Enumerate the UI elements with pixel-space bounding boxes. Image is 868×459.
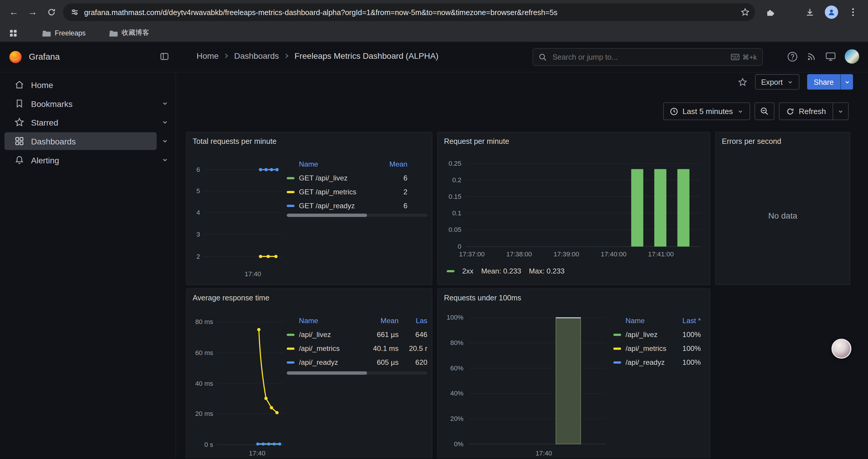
news-rss-icon[interactable]	[807, 52, 816, 61]
chevron-down-icon[interactable]	[162, 100, 168, 107]
refresh-split-button: Refresh	[779, 102, 848, 120]
legend-header-name[interactable]: Name	[299, 316, 366, 325]
legend-last-value: 100%	[668, 358, 701, 366]
sidebar-item-home[interactable]: Home	[0, 75, 176, 94]
sidebar-item-label: Dashboards	[31, 136, 76, 146]
legend-row[interactable]: GET /api/_livez 6	[287, 171, 407, 185]
floating-avatar-overlay[interactable]	[831, 339, 851, 359]
chevron-down-icon	[737, 108, 744, 114]
panel-errors-per-second[interactable]: Errors per second No data	[715, 132, 850, 285]
series-swatch	[287, 204, 294, 206]
x-tick: 17:40	[536, 450, 552, 457]
chevron-down-icon[interactable]	[162, 157, 168, 163]
refresh-button[interactable]: Refresh	[779, 103, 833, 120]
legend-table: Name Mean GET /api/_livez 6 GET /api/_me…	[287, 157, 428, 212]
legend-series-name[interactable]: GET /api/_readyz	[299, 201, 374, 210]
chevron-down-icon[interactable]	[162, 119, 168, 126]
sidebar-item-dashboards[interactable]: Dashboards	[0, 132, 176, 151]
favorite-star-icon[interactable]	[738, 77, 747, 87]
share-button[interactable]: Share	[807, 74, 840, 90]
sidebar-item-label: Bookmarks	[31, 99, 73, 108]
address-bar[interactable]: grafana.mathmast.com/d/deytv4rwavabkb/fr…	[63, 3, 755, 21]
legend-mean-value: 605 µs	[366, 358, 399, 366]
legend-series-name[interactable]: GET /api/_metrics	[299, 188, 374, 196]
legend-row[interactable]: /api/_readyz 605 µs 620	[287, 355, 428, 369]
panel-requests-under-100ms[interactable]: Requests under 100ms 100% 80% 60% 40% 20…	[437, 288, 710, 459]
search-input[interactable]	[551, 52, 731, 62]
legend-header-last[interactable]: Las	[399, 316, 427, 325]
legend-series-name[interactable]: /api/_readyz	[299, 358, 366, 366]
legend-row[interactable]: /api/_livez 100%	[613, 328, 701, 341]
legend-row[interactable]: GET /api/_metrics 2	[287, 185, 407, 199]
legend-series-name[interactable]: /api/_livez	[299, 330, 366, 339]
grafana-header: Grafana Home Dashboards Freeleaps Metric…	[0, 42, 868, 72]
grafana-app: Grafana Home Dashboards Freeleaps Metric…	[0, 42, 868, 459]
sidebar-item-starred[interactable]: Starred	[0, 113, 176, 132]
y-tick: 60%	[450, 364, 464, 372]
legend-row[interactable]: /api/_metrics 100%	[613, 341, 701, 355]
search-shortcut: ⌘+k	[731, 53, 756, 61]
help-icon[interactable]	[787, 51, 798, 62]
keyboard-icon	[731, 54, 740, 60]
monitor-icon[interactable]	[826, 52, 836, 61]
export-button[interactable]: Export	[755, 74, 800, 90]
legend-series-name[interactable]: /api/_readyz	[625, 358, 668, 366]
series-swatch	[287, 333, 294, 335]
share-menu-button[interactable]	[840, 74, 853, 90]
site-settings-icon[interactable]	[71, 8, 79, 16]
legend-row[interactable]: /api/_readyz 100%	[613, 355, 701, 369]
chevron-down-icon	[787, 79, 793, 85]
legend-header-last[interactable]: Last *	[668, 316, 701, 325]
bar-2xx	[631, 169, 644, 246]
screen: ← → grafana.mathmast.com/d/deytv4rwavabk…	[0, 0, 868, 459]
legend-mean-value: 2	[374, 188, 407, 196]
legend-header-mean[interactable]: Mean	[374, 160, 407, 168]
legend-table: Name Last * /api/_livez 100% /api/_metri…	[613, 314, 701, 369]
refresh-interval-button[interactable]	[833, 103, 848, 120]
legend-scrollbar[interactable]	[287, 371, 428, 374]
panel-request-per-minute[interactable]: Request per minute 0.25 0.2 0.15 0.1 0.0…	[437, 132, 710, 285]
apps-grid-icon[interactable]	[6, 25, 21, 40]
panel-total-requests[interactable]: Total requests per minute 6 5 4 3 2 17:4…	[186, 132, 433, 285]
reload-icon[interactable]	[42, 3, 61, 22]
legend-series-name[interactable]: /api/_metrics	[625, 344, 668, 352]
legend-header-name[interactable]: Name	[625, 316, 668, 325]
sidebar-item-bookmarks[interactable]: Bookmarks	[0, 94, 176, 113]
panel-average-response-time[interactable]: Average response time 80 ms 60 ms 40 ms …	[186, 288, 433, 459]
url-text[interactable]: grafana.mathmast.com/d/deytv4rwavabkb/fr…	[84, 8, 741, 16]
menu-kebab-icon[interactable]	[844, 3, 863, 22]
forward-icon[interactable]: →	[23, 3, 42, 22]
legend-mean-stat: Mean: 0.233	[481, 267, 521, 275]
legend-header-name[interactable]: Name	[299, 160, 374, 168]
user-avatar[interactable]	[845, 49, 859, 64]
browser-profile-avatar[interactable]	[825, 6, 838, 19]
bookmark-folder-freeleaps[interactable]: Freeleaps	[37, 27, 90, 39]
panel-title[interactable]: Errors per second	[722, 137, 781, 145]
grafana-logo[interactable]	[9, 51, 22, 64]
extensions-icon[interactable]	[761, 3, 779, 22]
legend-series-name[interactable]: /api/_livez	[625, 330, 668, 339]
chevron-down-icon[interactable]	[162, 138, 168, 144]
zoom-out-button[interactable]	[754, 102, 774, 120]
legend-mean-value: 6	[374, 201, 407, 210]
bookmark-folder-blogs[interactable]: 收藏博客	[104, 26, 154, 40]
download-icon[interactable]	[800, 3, 819, 22]
search-box[interactable]: ⌘+k	[533, 48, 763, 66]
sidebar-item-alerting[interactable]: Alerting	[0, 151, 176, 169]
legend-row[interactable]: /api/_livez 661 µs 646	[287, 328, 428, 341]
no-data-message: No data	[716, 211, 850, 220]
breadcrumb-dashboards[interactable]: Dashboards	[234, 51, 279, 60]
legend-scrollbar[interactable]	[287, 214, 428, 217]
back-icon[interactable]: ←	[4, 3, 23, 22]
dock-sidebar-icon[interactable]	[159, 52, 169, 61]
legend-header-mean[interactable]: Mean	[366, 316, 399, 325]
legend-series-name[interactable]: GET /api/_livez	[299, 174, 374, 182]
y-tick: 40%	[450, 390, 464, 397]
legend-series-name[interactable]: /api/_metrics	[299, 344, 366, 352]
legend-row[interactable]: /api/_metrics 40.1 ms 20.5 r	[287, 341, 428, 355]
legend-series-name[interactable]: 2xx	[462, 267, 473, 275]
breadcrumb-home[interactable]: Home	[196, 51, 219, 60]
bookmark-star-icon[interactable]	[741, 8, 749, 17]
time-range-picker[interactable]: Last 5 minutes	[663, 102, 750, 120]
legend-row[interactable]: GET /api/_readyz 6	[287, 199, 407, 213]
